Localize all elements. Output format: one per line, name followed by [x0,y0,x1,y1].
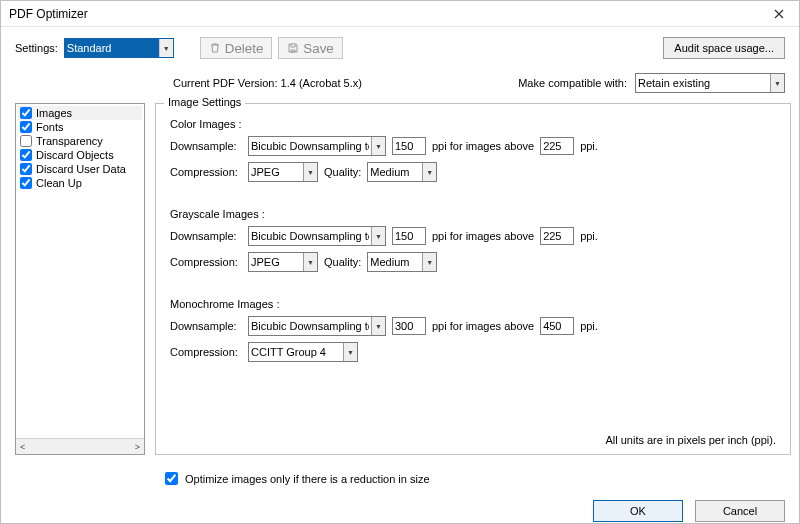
ppi-above-label: ppi for images above [432,140,534,152]
monochrome-images-title: Monochrome Images : [170,298,776,310]
compat-select[interactable]: Retain existing [635,73,785,93]
grayscale-downsample-select[interactable]: Bicubic Downsampling to [248,226,386,246]
optimize-images-checkbox[interactable] [165,472,178,485]
sidebar-item-images[interactable]: Images [18,106,142,120]
quality-label: Quality: [324,256,361,268]
color-images-title: Color Images : [170,118,776,130]
sidebar: Images Fonts Transparency Discard Object… [15,103,145,455]
fieldset-legend: Image Settings [164,96,245,108]
sidebar-item-discard-objects[interactable]: Discard Objects [18,148,142,162]
checkbox-clean-up[interactable] [20,177,32,189]
grayscale-above-ppi[interactable] [540,227,574,245]
color-downsample-row: Downsample: Bicubic Downsampling to ▼ pp… [170,136,776,156]
checkbox-images[interactable] [20,107,32,119]
sidebar-item-discard-user-data[interactable]: Discard User Data [18,162,142,176]
settings-select-wrap[interactable]: Standard ▼ [64,38,174,58]
sidebar-item-label: Transparency [36,135,103,147]
trash-icon [209,42,221,54]
settings-label: Settings: [15,42,58,54]
color-compression-select-wrap[interactable]: JPEG ▼ [248,162,318,182]
mono-downsample-ppi[interactable] [392,317,426,335]
grayscale-compression-select-wrap[interactable]: JPEG ▼ [248,252,318,272]
ppi-label: ppi. [580,140,598,152]
color-downsample-select[interactable]: Bicubic Downsampling to [248,136,386,156]
color-compression-select[interactable]: JPEG [248,162,318,182]
grayscale-downsample-row: Downsample: Bicubic Downsampling to ▼ pp… [170,226,776,246]
ppi-above-label: ppi for images above [432,230,534,242]
compat-select-wrap[interactable]: Retain existing ▼ [635,73,785,93]
color-above-ppi[interactable] [540,137,574,155]
current-pdf-version: Current PDF Version: 1.4 (Acrobat 5.x) [173,77,362,89]
color-compression-row: Compression: JPEG ▼ Quality: Medium ▼ [170,162,776,182]
ok-button[interactable]: OK [593,500,683,522]
mono-compression-select[interactable]: CCITT Group 4 [248,342,358,362]
chevron-right-icon: > [135,442,140,452]
ppi-label: ppi. [580,320,598,332]
sidebar-item-label: Images [36,107,72,119]
checkbox-discard-user-data[interactable] [20,163,32,175]
settings-panel: Image Settings Color Images : Downsample… [155,103,791,455]
titlebar: PDF Optimizer [1,1,799,27]
optimize-images-row: Optimize images only if there is a reduc… [1,463,799,488]
close-button[interactable] [759,1,799,27]
color-downsample-ppi[interactable] [392,137,426,155]
delete-label: Delete [225,41,264,56]
make-compatible-label: Make compatible with: [518,77,627,89]
grayscale-downsample-ppi[interactable] [392,227,426,245]
delete-button[interactable]: Delete [200,37,273,59]
audit-space-button[interactable]: Audit space usage... [663,37,785,59]
quality-label: Quality: [324,166,361,178]
mono-downsample-select[interactable]: Bicubic Downsampling to [248,316,386,336]
spacer [170,278,776,292]
sidebar-item-fonts[interactable]: Fonts [18,120,142,134]
grayscale-compression-row: Compression: JPEG ▼ Quality: Medium ▼ [170,252,776,272]
downsample-label: Downsample: [170,230,242,242]
downsample-label: Downsample: [170,140,242,152]
window-title: PDF Optimizer [9,7,88,21]
sidebar-item-label: Fonts [36,121,64,133]
sidebar-item-label: Clean Up [36,177,82,189]
save-button[interactable]: Save [278,37,342,59]
mono-downsample-select-wrap[interactable]: Bicubic Downsampling to ▼ [248,316,386,336]
toolbar: Settings: Standard ▼ Delete Save Audit s… [1,27,799,69]
grayscale-quality-select-wrap[interactable]: Medium ▼ [367,252,437,272]
sidebar-item-transparency[interactable]: Transparency [18,134,142,148]
grayscale-downsample-select-wrap[interactable]: Bicubic Downsampling to ▼ [248,226,386,246]
grayscale-compression-select[interactable]: JPEG [248,252,318,272]
mono-downsample-row: Downsample: Bicubic Downsampling to ▼ pp… [170,316,776,336]
image-settings-fieldset: Image Settings Color Images : Downsample… [155,103,791,455]
checkbox-discard-objects[interactable] [20,149,32,161]
sidebar-scrollbar[interactable]: < > [16,438,144,454]
compat-bar: Current PDF Version: 1.4 (Acrobat 5.x) M… [1,69,799,103]
mono-compression-row: Compression: CCITT Group 4 ▼ [170,342,776,362]
content: Images Fonts Transparency Discard Object… [1,103,799,463]
checkbox-fonts[interactable] [20,121,32,133]
save-icon [287,42,299,54]
optimize-images-label: Optimize images only if there is a reduc… [185,473,430,485]
grayscale-images-title: Grayscale Images : [170,208,776,220]
mono-compression-select-wrap[interactable]: CCITT Group 4 ▼ [248,342,358,362]
mono-above-ppi[interactable] [540,317,574,335]
settings-select[interactable]: Standard [64,38,174,58]
ppi-label: ppi. [580,230,598,242]
close-icon [774,9,784,19]
compression-label: Compression: [170,346,242,358]
save-label: Save [303,41,333,56]
sidebar-items: Images Fonts Transparency Discard Object… [16,104,144,438]
spacer [170,188,776,202]
color-quality-select-wrap[interactable]: Medium ▼ [367,162,437,182]
checkbox-transparency[interactable] [20,135,32,147]
footer: OK Cancel [1,488,799,524]
grayscale-quality-select[interactable]: Medium [367,252,437,272]
downsample-label: Downsample: [170,320,242,332]
cancel-button[interactable]: Cancel [695,500,785,522]
sidebar-item-clean-up[interactable]: Clean Up [18,176,142,190]
sidebar-item-label: Discard Objects [36,149,114,161]
chevron-left-icon: < [20,442,25,452]
color-downsample-select-wrap[interactable]: Bicubic Downsampling to ▼ [248,136,386,156]
units-footnote: All units are in pixels per inch (ppi). [605,434,776,446]
color-quality-select[interactable]: Medium [367,162,437,182]
ppi-above-label: ppi for images above [432,320,534,332]
compression-label: Compression: [170,166,242,178]
compression-label: Compression: [170,256,242,268]
